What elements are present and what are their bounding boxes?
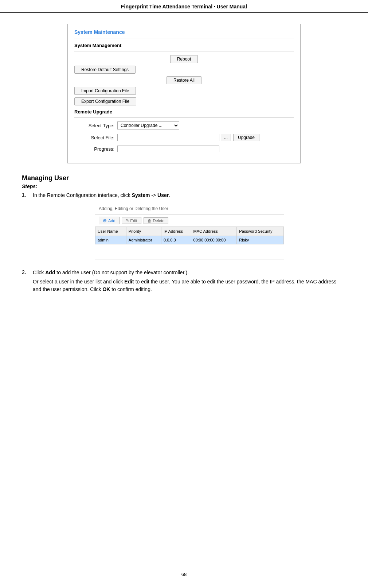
table-header-row: User Name Priority IP Address MAC Addres…	[95, 227, 284, 236]
step-1: 1. In the Remote Configuration interface…	[22, 192, 346, 264]
user-table: User Name Priority IP Address MAC Addres…	[95, 227, 284, 259]
reboot-button[interactable]: Reboot	[170, 55, 198, 63]
steps-label: Steps:	[22, 183, 346, 189]
step2-add-bold: Add	[45, 270, 55, 275]
header-dot: ·	[214, 4, 217, 9]
delete-label: Delete	[153, 218, 165, 223]
add-label: Add	[108, 218, 116, 223]
step2-line2-start: Or select a user in the user list and cl…	[33, 279, 124, 285]
step-1-text: In the Remote Configuration interface, c…	[33, 192, 346, 264]
upgrade-button[interactable]: Upgrade	[233, 134, 259, 141]
managing-user-title: Managing User	[22, 174, 346, 182]
step2-edit-bold: Edit	[124, 279, 134, 285]
cell-mac: 00:00:00:00:00:00	[191, 236, 237, 244]
step-1-num: 1.	[22, 192, 33, 264]
step2-line2: Or select a user in the user list and cl…	[33, 278, 346, 293]
cell-password: Risky	[237, 236, 284, 244]
select-type-label: Select Type:	[82, 123, 114, 128]
cell-priority: Administrator	[126, 236, 161, 244]
progress-label: Progress:	[82, 146, 114, 152]
step2-ok-bold: OK	[102, 286, 110, 292]
page-header: Fingerprint Time Attendance Terminal · U…	[0, 0, 368, 13]
select-type-row: Select Type: Controller Upgrade ...	[74, 121, 294, 129]
import-config-button[interactable]: Import Configuration File	[74, 87, 136, 95]
restore-default-button[interactable]: Restore Default Settings	[74, 66, 136, 74]
delete-user-button[interactable]: 🗑 Delete	[144, 217, 169, 224]
user-panel-toolbar: ⊕ Add ✎ Edit 🗑 Delete	[95, 214, 284, 227]
page-number: 68	[181, 572, 187, 577]
step-2: 2. Click Add to add the user (Do not sup…	[22, 269, 346, 293]
edit-icon: ✎	[126, 218, 129, 223]
cell-username: admin	[95, 236, 126, 244]
progress-row: Progress:	[74, 146, 294, 152]
remote-upgrade-label: Remote Upgrade	[74, 109, 294, 115]
col-password: Password Security	[237, 227, 284, 236]
select-file-row: Select File: ... Upgrade	[74, 134, 294, 141]
system-maintenance-panel: System Maintenance System Management Reb…	[67, 24, 301, 163]
add-user-button[interactable]: ⊕ Add	[99, 217, 120, 224]
step1-user: User	[157, 192, 169, 198]
panel-title: System Maintenance	[74, 29, 294, 35]
restore-all-button[interactable]: Restore All	[167, 76, 201, 84]
edit-label: Edit	[130, 218, 137, 223]
user-panel: Adding, Editing or Deleting the User ⊕ A…	[95, 203, 284, 259]
browse-button[interactable]: ...	[221, 134, 231, 141]
system-maintenance-wrapper: System Maintenance System Management Reb…	[22, 24, 346, 163]
export-config-button[interactable]: Export Configuration File	[74, 97, 136, 105]
step2-line2-end: to confirm editing.	[110, 286, 152, 292]
progress-bar	[117, 146, 219, 152]
col-username: User Name	[95, 227, 126, 236]
step-2-num: 2.	[22, 269, 33, 293]
step1-arrow: ->	[150, 192, 157, 198]
col-priority: Priority	[126, 227, 161, 236]
table-row-empty	[95, 244, 284, 259]
step1-end: .	[169, 192, 170, 198]
header-subtitle: User Manual	[217, 4, 247, 9]
select-file-input[interactable]	[117, 134, 219, 141]
user-panel-wrapper: Adding, Editing or Deleting the User ⊕ A…	[33, 203, 346, 259]
select-file-label: Select File:	[82, 135, 114, 140]
col-mac: MAC Address	[191, 227, 237, 236]
delete-icon: 🗑	[148, 218, 152, 223]
step2-text1: to add the user (Do not support by the e…	[55, 270, 189, 275]
select-type-dropdown[interactable]: Controller Upgrade ...	[117, 121, 179, 129]
header-title: Fingerprint Time Attendance Terminal	[121, 4, 212, 9]
add-icon: ⊕	[103, 218, 107, 223]
step2-intro: Click	[33, 270, 45, 275]
page-footer: 68	[0, 564, 368, 581]
step1-intro: In the Remote Configuration interface, c…	[33, 192, 132, 198]
table-row[interactable]: admin Administrator 0.0.0.0 00:00:00:00:…	[95, 236, 284, 244]
step-2-text: Click Add to add the user (Do not suppor…	[33, 269, 346, 293]
managing-user-section: Managing User Steps: 1. In the Remote Co…	[22, 174, 346, 293]
cell-ip: 0.0.0.0	[161, 236, 191, 244]
user-panel-title: Adding, Editing or Deleting the User	[95, 203, 284, 214]
system-management-label: System Management	[74, 43, 294, 48]
edit-user-button[interactable]: ✎ Edit	[122, 217, 141, 224]
step1-system: System	[132, 192, 150, 198]
col-ip: IP Address	[161, 227, 191, 236]
